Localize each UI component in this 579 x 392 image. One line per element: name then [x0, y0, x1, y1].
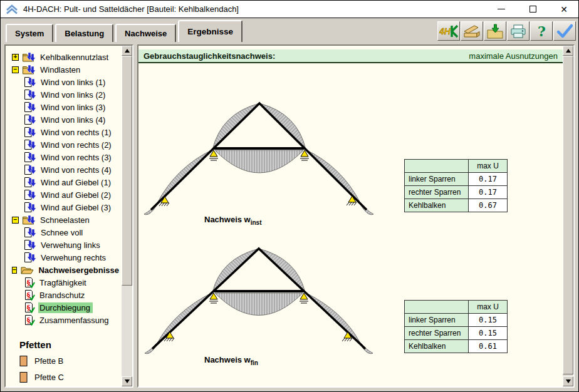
tab-ergebnisse[interactable]: Ergebnisse	[178, 20, 243, 42]
tree-item-windlasten[interactable]: −Windlasten	[6, 63, 122, 76]
tree-item-verwehung-links[interactable]: Verwehung links	[6, 239, 122, 251]
app-window: 4H-DACH: Pult- und Satteldächer [Bauteil…	[0, 0, 579, 392]
save-folder-icon	[486, 23, 504, 39]
expand-plus-icon[interactable]: +	[12, 54, 19, 61]
row-label: linker Sparren	[405, 173, 469, 186]
loadcase-document-icon	[23, 114, 38, 126]
tree-item-label: Schnee voll	[39, 227, 85, 238]
tree-item-wind-auf-giebel-2-[interactable]: Wind auf Giebel (2)	[6, 188, 122, 201]
tree-item-wind-von-links-3-[interactable]: Wind von links (3)	[6, 101, 122, 113]
tree-item-label: Wind von links (1)	[39, 77, 108, 88]
app-roof-icon	[6, 4, 18, 14]
help-button[interactable]: ?	[530, 21, 553, 41]
title-bar: 4H-DACH: Pult- und Satteldächer [Bauteil…	[1, 1, 578, 18]
row-value: 0.17	[469, 186, 508, 199]
confirm-button[interactable]	[553, 21, 576, 41]
close-button[interactable]: ✕	[560, 5, 568, 14]
results-scroll-up-button[interactable]	[563, 46, 573, 56]
tree-item-label: Pfette B	[33, 356, 66, 366]
results-folder-icon	[20, 264, 35, 276]
logo-4hk-button[interactable]: 4H	[437, 21, 460, 41]
tree-scroll-down-button[interactable]	[122, 376, 132, 386]
tree-item-kehlbalkennutzlast[interactable]: +Kehlbalkennutzlast	[6, 51, 122, 63]
row-label: Kehlbalken	[405, 199, 469, 212]
tree-scroll-up-button[interactable]	[122, 46, 132, 56]
loadcase-document-icon	[23, 227, 38, 239]
minimize-button[interactable]	[497, 5, 506, 14]
tree-spacer	[6, 326, 122, 336]
tree-item-durchbiegung[interactable]: §Durchbiegung	[6, 301, 122, 314]
row-value: 0.15	[469, 314, 508, 327]
tree-item-label: Pfette C	[33, 372, 66, 383]
print-button[interactable]	[507, 21, 529, 41]
tree-item-label: Nachweisergebnisse	[37, 265, 122, 276]
tree-scrollbar-thumb[interactable]	[122, 56, 132, 286]
tab-belastung[interactable]: Belastung	[55, 24, 113, 42]
row-value: 0.17	[469, 173, 508, 186]
loadcase-document-icon	[23, 76, 38, 88]
tree-item-verwehung-rechts[interactable]: Verwehung rechts	[6, 251, 122, 264]
collapse-minus-icon[interactable]: −	[12, 267, 17, 274]
arrow-down-icon	[125, 379, 130, 383]
tree-item-wind-von-rechts-1-[interactable]: Wind von rechts (1)	[6, 126, 122, 138]
tree-item-zusammenfassung[interactable]: §Zusammenfassung	[6, 314, 122, 326]
toolbar: 4H	[437, 21, 576, 41]
tree-item-pfette-b[interactable]: Pfette B	[6, 353, 122, 369]
table-col-header: max U	[469, 301, 508, 314]
tab-system[interactable]: System	[6, 24, 53, 42]
tree-item-wind-von-links-1-[interactable]: Wind von links (1)	[6, 76, 122, 88]
tree-item-label: Wind von links (3)	[39, 102, 108, 113]
results-scrollbar-thumb[interactable]	[563, 56, 573, 374]
loadcase-document-icon	[23, 189, 38, 201]
results-scroll-down-button[interactable]	[563, 376, 573, 386]
tree-item-schnee-voll[interactable]: Schnee voll	[6, 226, 122, 239]
tree-item-wind-auf-giebel-3-[interactable]: Wind auf Giebel (3)	[6, 201, 122, 214]
tree-item-wind-von-rechts-4-[interactable]: Wind von rechts (4)	[6, 163, 122, 176]
tree-item-label: Wind von rechts (4)	[39, 165, 114, 175]
help-icon: ?	[532, 23, 551, 39]
paragraph-check-document-icon: §	[23, 314, 36, 326]
tab-nachweise[interactable]: Nachweise	[115, 24, 176, 42]
tree-item-nachweisergebnisse[interactable]: −Nachweisergebnisse	[6, 264, 122, 276]
tree-scrollbar[interactable]	[122, 46, 132, 386]
subscript-fin: fin	[251, 359, 258, 366]
roof-diagram-winst	[144, 103, 373, 215]
tree-item-label: Wind auf Giebel (1)	[39, 177, 113, 188]
svg-text:4H: 4H	[439, 26, 451, 36]
tree-item-wind-von-rechts-2-[interactable]: Wind von rechts (2)	[6, 138, 122, 151]
tree-item-wind-von-links-4-[interactable]: Wind von links (4)	[6, 113, 122, 126]
tree-item-label: Wind auf Giebel (3)	[39, 202, 113, 213]
table-corner-cell	[405, 160, 469, 173]
row-label: linker Sparren	[405, 314, 469, 327]
loadcase-document-icon	[23, 164, 38, 176]
tree-item-label: Wind von links (2)	[39, 90, 108, 100]
tree-item-label: Wind von rechts (1)	[39, 127, 114, 138]
tree-item-wind-auf-giebel-1-[interactable]: Wind auf Giebel (1)	[6, 176, 122, 188]
load-folder-icon	[22, 51, 37, 63]
loadcase-document-icon	[23, 152, 38, 163]
tree-item-label: Durchbiegung	[38, 302, 93, 313]
tree-item-label: Zusammenfassung	[38, 315, 112, 326]
logo-4hk-icon: 4H	[439, 23, 458, 39]
svg-text:?: ?	[538, 23, 546, 39]
tree-item-wind-von-links-2-[interactable]: Wind von links (2)	[6, 88, 122, 101]
results-scrollbar[interactable]	[563, 46, 573, 386]
tree-item-wind-von-rechts-3-[interactable]: Wind von rechts (3)	[6, 151, 122, 163]
tree-item-label: Wind von links (4)	[39, 115, 108, 125]
row-label: rechter Sparren	[405, 186, 469, 199]
collapse-minus-icon[interactable]: −	[12, 66, 19, 73]
tree-item-brandschutz[interactable]: §Brandschutz	[6, 289, 122, 301]
load-folder-icon	[22, 64, 37, 76]
printer-icon	[509, 23, 528, 39]
tree-item-tragfähigkeit[interactable]: §Tragfähigkeit	[6, 276, 122, 289]
tree-item-label: Wind auf Giebel (2)	[39, 190, 113, 200]
maximize-button[interactable]	[528, 5, 537, 14]
save-button[interactable]	[484, 21, 506, 41]
loadcase-document-icon	[23, 139, 38, 151]
collapse-minus-icon[interactable]: −	[12, 217, 19, 224]
tree-item-schneelasten[interactable]: −Schneelasten	[6, 214, 122, 226]
utilization-table-winst: max U linker Sparren 0.17 rechter Sparre…	[404, 159, 508, 212]
timber-button[interactable]	[461, 21, 483, 41]
tree-item-pfette-c[interactable]: Pfette C	[6, 369, 122, 385]
loadcase-document-icon	[23, 177, 38, 188]
